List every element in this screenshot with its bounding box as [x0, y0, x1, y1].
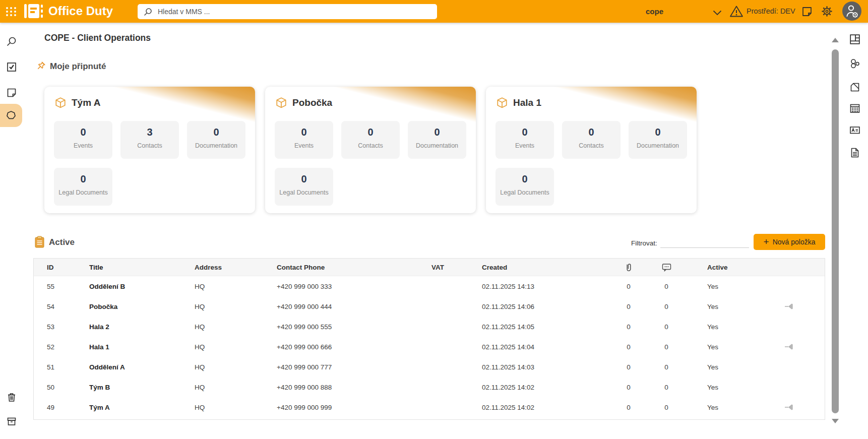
pinned-card[interactable]: Hala 1 0Events 0Contacts 0Documentation …	[486, 87, 697, 213]
col-header-created[interactable]: Created	[482, 264, 611, 271]
col-header-title[interactable]: Title	[89, 264, 195, 271]
stat-value: 0	[495, 127, 554, 138]
settings-gear-icon[interactable]	[821, 6, 833, 19]
cell-active: Yes	[687, 303, 755, 310]
office-duty-logo-icon	[24, 3, 44, 19]
active-section-title: Active	[49, 237, 75, 247]
package-icon	[54, 97, 67, 109]
scrollbar-thumb[interactable]	[832, 49, 839, 413]
scrollbar-down-arrow[interactable]	[832, 419, 839, 423]
sidebar-tasks-icon[interactable]	[0, 62, 23, 72]
card-title: Tým A	[72, 97, 100, 108]
cell-title[interactable]: Oddělení A	[89, 363, 195, 371]
stat-tile[interactable]: 0Events	[495, 121, 554, 159]
stat-tile[interactable]: 0Legal Documents	[54, 168, 112, 206]
page-flip-icon[interactable]	[849, 82, 861, 93]
cell-title[interactable]: Hala 2	[89, 323, 195, 331]
cell-created: 02.11.2025 14:02	[482, 384, 611, 391]
global-search[interactable]	[138, 4, 437, 19]
cell-active: Yes	[687, 363, 755, 371]
clipboard-icon	[34, 236, 45, 248]
sidebar-notes-icon[interactable]	[0, 88, 23, 98]
calendar-icon[interactable]	[849, 103, 861, 114]
col-header-address[interactable]: Address	[195, 264, 277, 271]
relations-icon[interactable]	[849, 58, 861, 69]
pinned-card[interactable]: Pobočka 0Events 0Contacts 0Documentation…	[265, 87, 476, 213]
cell-title[interactable]: Hala 1	[89, 343, 195, 351]
cell-address: HQ	[195, 343, 277, 351]
sidebar-search-icon[interactable]	[0, 36, 23, 46]
cell-id: 53	[34, 323, 89, 331]
paperclip-icon	[625, 263, 633, 272]
col-header-comments[interactable]	[646, 263, 687, 272]
new-item-button[interactable]: + Nová položka	[754, 234, 825, 250]
row-pin-icon[interactable]	[784, 303, 795, 310]
sidebar-trash-icon[interactable]	[0, 392, 23, 402]
stat-tile[interactable]: 0Documentation	[629, 121, 687, 159]
cell-address: HQ	[195, 404, 277, 411]
search-input[interactable]	[157, 7, 421, 16]
stat-tile[interactable]: 0Legal Documents	[495, 168, 554, 206]
cell-title[interactable]: Pobočka	[89, 303, 195, 310]
filter-input[interactable]	[660, 233, 749, 248]
col-header-active[interactable]: Active	[687, 264, 755, 271]
stat-value: 0	[275, 127, 333, 138]
stat-tile[interactable]: 0Legal Documents	[275, 168, 333, 206]
document-icon[interactable]	[849, 147, 861, 158]
sidebar-archive-icon[interactable]	[0, 416, 23, 426]
right-sidebar	[843, 23, 868, 439]
stat-value: 0	[408, 127, 466, 138]
app-logo[interactable]: Office Duty	[24, 3, 113, 19]
stat-tile[interactable]: 0Contacts	[562, 121, 621, 159]
table-row[interactable]: 52 Hala 1 HQ +420 999 000 666 02.11.2025…	[34, 337, 825, 357]
table-row[interactable]: 54 Pobočka HQ +420 999 000 444 02.11.202…	[34, 296, 825, 317]
cell-title[interactable]: Tým A	[89, 404, 195, 411]
table-row[interactable]: 50 Tým B HQ +420 999 000 888 02.11.2025 …	[34, 377, 825, 397]
stat-label: Contacts	[341, 142, 400, 149]
row-pin-icon[interactable]	[784, 404, 795, 411]
app-launcher-icon[interactable]	[5, 6, 17, 18]
table-row[interactable]: 49 Tým A HQ +420 999 000 999 02.11.2025 …	[34, 397, 825, 417]
cell-id: 50	[34, 384, 89, 391]
pinned-card[interactable]: Tým A 0Events 3Contacts 0Documentation 0…	[44, 87, 255, 213]
col-header-vat[interactable]: VAT	[431, 264, 482, 271]
user-avatar[interactable]	[842, 2, 861, 21]
contact-card-icon[interactable]	[849, 124, 861, 136]
stat-label: Documentation	[187, 142, 245, 149]
cell-id: 54	[34, 303, 89, 310]
table-row[interactable]: 51 Oddělení A HQ +420 999 000 777 02.11.…	[34, 357, 825, 377]
cell-attachments: 0	[611, 384, 646, 391]
stat-value: 3	[120, 127, 179, 138]
cell-title[interactable]: Oddělení B	[89, 283, 195, 290]
scrollbar-up-arrow[interactable]	[832, 38, 839, 42]
stat-tile[interactable]: 0Events	[54, 121, 112, 159]
cell-created: 02.11.2025 14:02	[482, 404, 611, 411]
cell-comments: 0	[646, 283, 687, 290]
col-header-attachments[interactable]	[611, 263, 646, 272]
stat-value: 0	[341, 127, 400, 138]
dashboard-icon[interactable]	[849, 34, 861, 45]
col-header-phone[interactable]: Contact Phone	[277, 264, 431, 271]
cell-attachments: 0	[611, 343, 646, 351]
client-name[interactable]: cope	[646, 0, 663, 23]
stat-tile[interactable]: 3Contacts	[120, 121, 179, 159]
pinned-section-header: Moje připnuté	[34, 60, 106, 73]
cell-id: 49	[34, 404, 89, 411]
notes-icon[interactable]	[801, 6, 813, 19]
cell-id: 55	[34, 283, 89, 290]
stat-tile[interactable]: 0Documentation	[408, 121, 466, 159]
cell-address: HQ	[195, 384, 277, 391]
table-row[interactable]: 53 Hala 2 HQ +420 999 000 555 02.11.2025…	[34, 317, 825, 337]
filter-label: Filtrovat:	[631, 239, 657, 247]
cell-comments: 0	[646, 404, 687, 411]
stat-tile[interactable]: 0Contacts	[341, 121, 400, 159]
stat-tile[interactable]: 0Documentation	[187, 121, 245, 159]
chevron-down-icon[interactable]	[713, 9, 722, 18]
col-header-id[interactable]: ID	[34, 264, 89, 271]
cell-title[interactable]: Tým B	[89, 384, 195, 391]
table-row[interactable]: 55 Oddělení B HQ +420 999 000 333 02.11.…	[34, 276, 825, 296]
cell-comments: 0	[646, 363, 687, 371]
row-pin-icon[interactable]	[784, 343, 795, 350]
stat-tile[interactable]: 0Events	[275, 121, 333, 159]
sidebar-item-entities-selected[interactable]	[0, 104, 22, 127]
